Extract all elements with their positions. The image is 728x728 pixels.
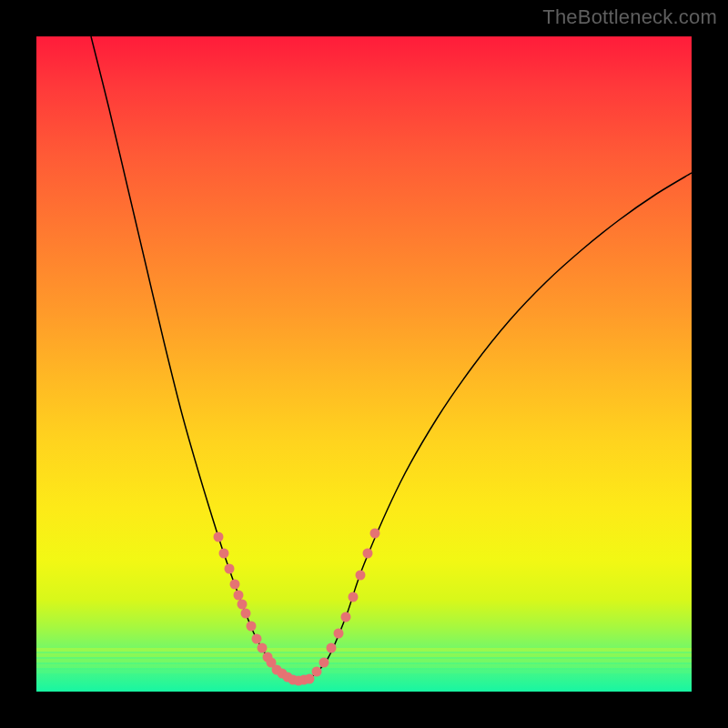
data-dot — [349, 592, 359, 602]
data-dot — [305, 674, 315, 684]
data-dot — [341, 612, 351, 622]
data-dot — [363, 549, 373, 559]
data-dot — [214, 532, 224, 542]
data-dot — [230, 580, 240, 590]
watermark-text: TheBottleneck.com — [542, 5, 717, 29]
chart-frame: TheBottleneck.com — [0, 0, 728, 728]
data-dot — [238, 600, 248, 610]
data-dot — [234, 591, 244, 601]
data-dot — [312, 667, 322, 677]
data-dot — [225, 564, 235, 574]
data-dot — [334, 629, 344, 639]
data-dot — [356, 571, 366, 581]
plot-area — [36, 36, 692, 692]
data-dot — [247, 622, 257, 632]
curve-line — [91, 36, 692, 682]
data-dot — [252, 634, 262, 644]
dots-group — [214, 529, 380, 686]
data-dot — [327, 643, 337, 653]
chart-svg — [36, 36, 692, 692]
data-dot — [319, 658, 329, 668]
data-dot — [258, 643, 268, 653]
data-dot — [219, 549, 229, 559]
data-dot — [241, 609, 251, 619]
data-dot — [370, 529, 380, 539]
